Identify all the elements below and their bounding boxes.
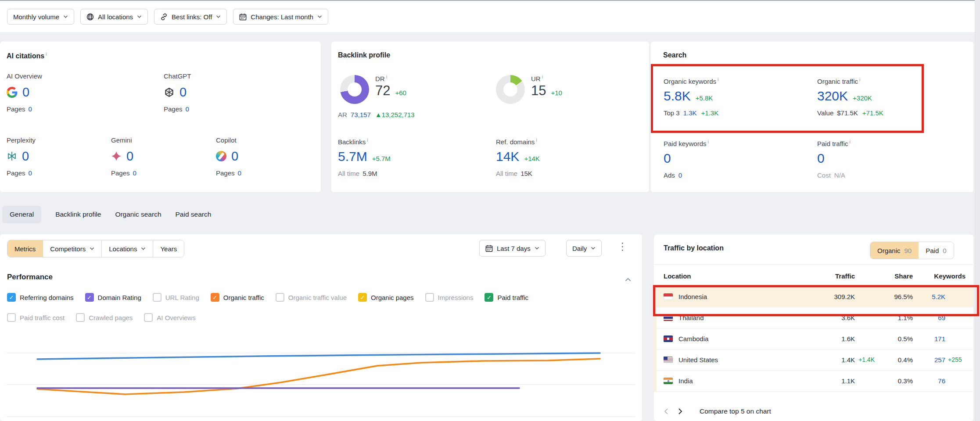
chevron-left-icon — [664, 408, 669, 415]
toggle-paid[interactable]: Paid0 — [919, 242, 953, 259]
column-header-location[interactable]: Location — [664, 272, 809, 280]
keywords-count-link[interactable]: 76 — [913, 377, 945, 385]
organic-keywords-stat: Organic keywordsi 5.8K +5.8K Top 31.3K+1… — [664, 77, 811, 117]
unchecked-checkbox-icon[interactable] — [76, 313, 85, 322]
info-icon[interactable]: i — [542, 74, 543, 79]
citation-count[interactable]: 0 — [22, 149, 29, 164]
pages-count-link[interactable]: 0 — [238, 169, 241, 177]
metric-checkbox-url-rating[interactable]: URL Rating — [153, 293, 199, 302]
column-header-traffic[interactable]: Traffic — [809, 272, 879, 280]
citation-count[interactable]: 0 — [22, 85, 29, 100]
checked-checkbox-icon[interactable]: ✓ — [358, 293, 367, 302]
info-icon[interactable]: i — [859, 77, 860, 82]
info-icon[interactable]: i — [708, 139, 709, 144]
keywords-count-link[interactable]: 171 — [913, 335, 945, 343]
divider — [654, 264, 973, 265]
tab-backlink-profile[interactable]: Backlink profile — [55, 206, 101, 223]
location-row-indonesia[interactable]: Indonesia309.2K96.5%5.2K — [654, 286, 973, 307]
segment-metrics[interactable]: Metrics — [7, 240, 43, 257]
up-triangle-icon: ▲ — [375, 111, 382, 118]
performance-chart[interactable] — [0, 325, 642, 421]
info-icon[interactable]: i — [850, 139, 851, 144]
paid-traffic-value-link[interactable]: 0 — [817, 151, 825, 166]
pages-count-link[interactable]: 0 — [186, 105, 189, 113]
checked-checkbox-icon[interactable]: ✓ — [85, 293, 94, 302]
tab-general[interactable]: General — [2, 206, 41, 223]
globe-icon — [86, 13, 94, 21]
india-flag-icon — [664, 378, 673, 384]
ads-count-link[interactable]: 0 — [678, 171, 682, 179]
metric-checkbox-organic-traffic-value[interactable]: Organic traffic value — [276, 293, 347, 302]
unchecked-checkbox-icon[interactable] — [144, 313, 153, 322]
metric-checkbox-referring-domains[interactable]: ✓Referring domains — [7, 293, 74, 302]
calendar-icon — [239, 13, 247, 21]
location-row-cambodia[interactable]: Cambodia1.6K0.5%171 — [654, 328, 973, 350]
metric-checkbox-paid-traffic-cost[interactable]: Paid traffic cost — [7, 313, 65, 322]
unchecked-checkbox-icon[interactable] — [276, 293, 284, 302]
keywords-count-link[interactable]: 5.2K — [913, 293, 945, 300]
location-row-united-states[interactable]: United States1.4K+1.4K0.4%257+255 — [654, 350, 973, 371]
metric-checkbox-paid-traffic[interactable]: ✓Paid traffic — [485, 293, 528, 302]
location-row-thailand[interactable]: Thailand3.6K1.1%69 — [654, 307, 973, 328]
compare-top5-button[interactable]: Compare top 5 on chart — [700, 407, 771, 415]
metric-checkbox-organic-pages[interactable]: ✓Organic pages — [358, 293, 414, 302]
column-header-keywords[interactable]: Keywords — [913, 272, 966, 280]
filter-monthly-volume[interactable]: Monthly volume — [7, 9, 74, 25]
segment-competitors[interactable]: Competitors — [43, 240, 101, 257]
checked-checkbox-icon[interactable]: ✓ — [7, 293, 16, 302]
paid-keywords-value-link[interactable]: 0 — [664, 151, 671, 166]
filter-best-links[interactable]: Best links: Off — [154, 9, 227, 25]
metric-checkbox-ai-overviews[interactable]: AI Overviews — [144, 313, 195, 322]
pages-count-link[interactable]: 0 — [29, 105, 32, 113]
previous-page-button[interactable] — [664, 408, 669, 415]
vertical-scrollbar[interactable] — [975, 0, 980, 421]
tab-organic-search[interactable]: Organic search — [115, 206, 161, 223]
pages-count-link[interactable]: 0 — [29, 169, 32, 177]
citation-count[interactable]: 0 — [231, 149, 238, 164]
ur-label: URi — [531, 74, 562, 82]
segment-locations[interactable]: Locations — [101, 240, 153, 257]
unchecked-checkbox-icon[interactable] — [425, 293, 434, 302]
granularity-button[interactable]: Daily — [566, 240, 602, 257]
more-options-button[interactable]: ⋮ — [617, 242, 628, 252]
organic-traffic-value-link[interactable]: 320K — [817, 89, 848, 103]
ur-delta: +10 — [551, 89, 562, 96]
info-icon[interactable]: i — [46, 51, 47, 57]
ref-domains-value-link[interactable]: 14K — [496, 149, 519, 164]
metric-checkbox-organic-traffic[interactable]: ✓Organic traffic — [211, 293, 264, 302]
info-icon[interactable]: i — [386, 74, 387, 79]
segment-years[interactable]: Years — [153, 240, 184, 257]
location-name: United States — [678, 356, 718, 364]
metric-checkbox-impressions[interactable]: Impressions — [425, 293, 474, 302]
unchecked-checkbox-icon[interactable] — [153, 293, 162, 302]
keywords-count-link[interactable]: 69 — [913, 314, 945, 321]
filter-all-locations[interactable]: All locations — [80, 9, 148, 25]
metric-checkbox-domain-rating[interactable]: ✓Domain Rating — [85, 293, 141, 302]
toggle-organic[interactable]: Organic90 — [870, 242, 919, 259]
unchecked-checkbox-icon[interactable] — [7, 313, 16, 322]
organic-keywords-value-link[interactable]: 5.8K — [664, 89, 691, 103]
backlinks-value-link[interactable]: 5.7M — [338, 149, 367, 164]
info-icon[interactable]: i — [536, 137, 537, 143]
top3-value-link[interactable]: 1.3K — [683, 109, 697, 117]
chart-line-referring-domains — [37, 353, 600, 359]
info-icon[interactable]: i — [367, 137, 368, 143]
info-icon[interactable]: i — [718, 77, 718, 82]
column-header-share[interactable]: Share — [879, 272, 913, 280]
tab-paid-search[interactable]: Paid search — [176, 206, 212, 223]
citation-count[interactable]: 0 — [179, 85, 187, 100]
location-row-india[interactable]: India1.1K0.3%76 — [654, 371, 973, 392]
collapse-section-button[interactable] — [625, 275, 631, 283]
metric-checkbox-crawled-pages[interactable]: Crawled pages — [76, 313, 133, 322]
next-page-button[interactable] — [678, 408, 683, 415]
checked-checkbox-icon[interactable]: ✓ — [211, 293, 219, 302]
keywords-count-link[interactable]: 257 — [913, 356, 945, 364]
pages-count-link[interactable]: 0 — [133, 169, 136, 177]
ar-value-link[interactable]: 73,157 — [351, 111, 371, 118]
filter-changes[interactable]: Changes: Last month — [233, 9, 328, 25]
checked-checkbox-icon[interactable]: ✓ — [485, 293, 493, 302]
metric-label: Referring domains — [20, 294, 74, 301]
date-range-button[interactable]: Last 7 days — [479, 240, 546, 257]
citation-count[interactable]: 0 — [126, 149, 133, 164]
indonesia-flag-icon — [664, 293, 673, 300]
